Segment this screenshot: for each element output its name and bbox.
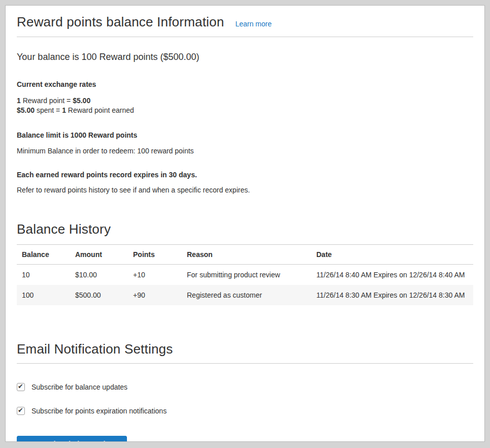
column-header-balance: Balance [17,245,70,265]
table-header-row: Balance Amount Points Reason Date [17,245,473,265]
table-header: Balance Amount Points Reason Date [17,245,473,265]
page-title: Reward points balance Information [17,14,224,30]
expiration-note: Refer to reward points history to see if… [17,186,473,194]
cell-points: +90 [128,285,182,305]
cell-date: 11/26/14 8:30 AM Expires on 12/26/14 8:3… [311,285,473,305]
exchange-rate-line-2: $5.00 spent = 1 Reward point earned [17,106,473,115]
exchange-rates-lines: 1 Reward point = $5.00 $5.00 spent = 1 R… [17,96,473,115]
expiration-label: Each earned reward points record expires… [17,171,473,179]
cell-balance: 100 [17,285,70,305]
rate1-amount: $5.00 [73,97,90,105]
points-expiration-checkbox[interactable]: ✔ [17,407,25,415]
checkmark-icon: ✔ [18,382,23,391]
rate1-points: 1 [17,97,21,105]
balance-history-title: Balance History [17,221,473,237]
balance-updates-label: Subscribe for balance updates [31,383,127,391]
table-row: 10 $10.00 +10 For submitting product rev… [17,265,473,285]
column-header-reason: Reason [182,245,311,265]
balance-limit-label: Balance limit is 1000 Reward points [17,132,473,139]
cell-reason: Registered as customer [182,285,311,305]
exchange-rate-line-1: 1 Reward point = $5.00 [17,96,473,106]
column-header-points: Points [128,245,182,265]
rate2-points: 1 [62,106,66,114]
cell-date: 11/26/14 8:40 AM Expires on 12/26/14 8:4… [311,265,473,285]
points-expiration-label: Subscribe for points expiration notifica… [31,407,167,415]
email-notification-title: Email Notification Settings [17,341,473,357]
rate2-text: spent = [35,106,62,114]
table-row: 100 $500.00 +90 Registered as customer 1… [17,285,473,305]
column-header-amount: Amount [70,245,128,265]
save-subscription-settings-button[interactable]: Save Subscription Settings [17,436,127,442]
header-divider [17,37,473,37]
page-header: Reward points balance Information Learn … [17,6,473,30]
cell-reason: For submitting product review [182,265,311,285]
notification-divider [17,363,473,364]
cell-points: +10 [128,265,182,285]
column-header-date: Date [311,245,473,265]
points-expiration-row: ✔ Subscribe for points expiration notifi… [17,407,473,415]
learn-more-link[interactable]: Learn more [235,20,272,28]
rate1-text: Reward point = [21,97,73,105]
cell-amount: $10.00 [70,265,128,285]
exchange-rates-heading: Current exchange rates [17,81,473,88]
cell-balance: 10 [17,265,70,285]
cell-amount: $500.00 [70,285,128,305]
checkmark-icon: ✔ [18,406,23,414]
minimum-balance-label: Minimum Balance in order to redeem: 100 … [17,147,473,155]
reward-points-panel: Reward points balance Information Learn … [5,5,485,442]
balance-updates-row: ✔ Subscribe for balance updates [17,383,473,391]
rate2-amount: $5.00 [17,106,35,114]
balance-summary: Your balance is 100 Reward points ($500.… [17,52,473,62]
balance-history-table: Balance Amount Points Reason Date 10 $10… [17,244,473,305]
balance-updates-checkbox[interactable]: ✔ [17,383,25,391]
rate2-tail: Reward point earned [66,106,134,114]
